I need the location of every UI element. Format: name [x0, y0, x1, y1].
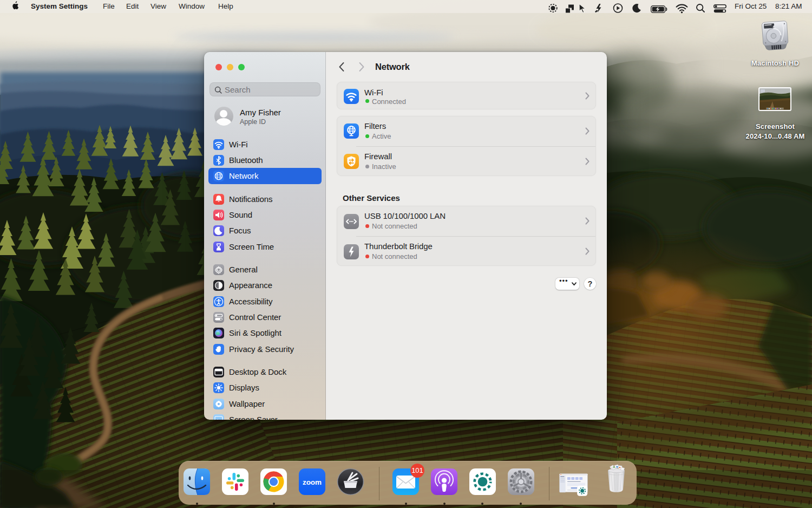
svg-text:zoom: zoom [303, 478, 322, 486]
